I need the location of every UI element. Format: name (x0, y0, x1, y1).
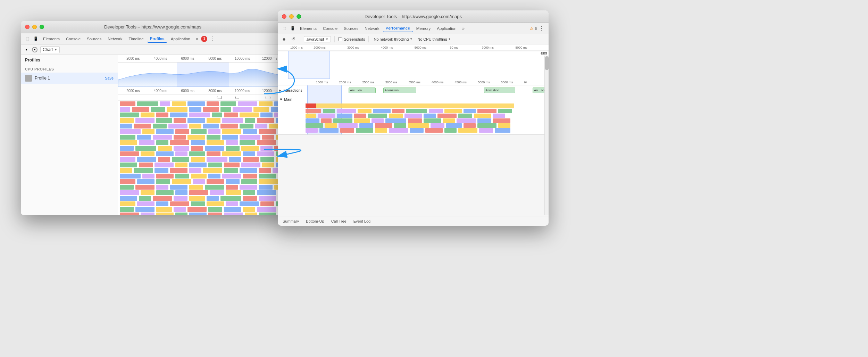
svg-rect-72 (170, 140, 189, 145)
svg-rect-10 (120, 107, 130, 112)
svg-rect-83 (205, 146, 224, 151)
tab-sources-right[interactable]: Sources (341, 25, 361, 32)
interactions-label: Interactions (283, 88, 310, 92)
svg-rect-54 (191, 129, 207, 134)
js-profile-dropdown[interactable]: JavaScript ▼ (304, 36, 331, 42)
save-profile-button[interactable]: Save (105, 76, 114, 80)
svg-rect-51 (142, 129, 155, 134)
svg-rect-123 (203, 168, 222, 173)
tab-console-left[interactable]: Console (63, 35, 83, 42)
profile-chart-area[interactable]: 2000 ms 4000 ms 6000 ms 8000 ms 10000 ms… (118, 55, 285, 215)
stop-icon[interactable]: ■ (32, 47, 37, 52)
svg-rect-285 (408, 123, 429, 128)
tl-5000: 5000 ms (478, 81, 501, 84)
interactions-expand-arrow[interactable]: ▶ (279, 89, 281, 92)
record-icon[interactable]: ● (24, 47, 29, 52)
svg-rect-5 (207, 101, 219, 106)
minimize-button-left[interactable] (32, 25, 37, 29)
svg-rect-299 (444, 128, 457, 133)
svg-rect-7 (238, 101, 257, 106)
device-icon-right[interactable]: 📱 (289, 25, 297, 32)
screenshots-checkbox[interactable] (338, 37, 342, 41)
svg-rect-171 (174, 196, 187, 201)
tab-network-left[interactable]: Network (105, 35, 125, 42)
svg-rect-267 (306, 118, 319, 123)
maximize-button-left[interactable] (40, 25, 44, 29)
svg-rect-62 (174, 135, 186, 140)
warning-count: 6 (535, 26, 537, 31)
svg-rect-184 (226, 201, 238, 206)
flame-chart-canvas[interactable] (118, 101, 285, 215)
svg-rect-169 (139, 196, 151, 201)
profile-1-item[interactable]: Profile 1 Save (21, 73, 118, 84)
more-button-right[interactable]: ⋮ (537, 24, 546, 32)
refresh-record-button[interactable]: ↺ (290, 36, 297, 42)
svg-rect-74 (207, 140, 224, 145)
profiles-heading: Profiles (21, 55, 118, 64)
svg-rect-135 (243, 174, 257, 178)
viewport-selection (288, 51, 330, 79)
svg-rect-111 (175, 163, 187, 167)
left-tabs-bar: ⬚ 📱 Elements Console Sources Network Tim… (21, 33, 285, 44)
svg-rect-283 (375, 123, 392, 128)
svg-rect-245 (337, 109, 356, 113)
svg-rect-69 (120, 140, 137, 145)
inspect-icon[interactable]: ⬚ (24, 35, 31, 43)
screenshots-checkbox-label[interactable]: Screenshots (338, 37, 365, 41)
tab-event-log[interactable]: Event Log (351, 218, 373, 224)
tab-network-right[interactable]: Network (362, 25, 382, 32)
record-button[interactable]: ● (281, 36, 287, 42)
overview-labels-row: (...) (... (...) (118, 94, 285, 101)
cpu-throttle-dropdown[interactable]: No CPU throttling ▼ (416, 36, 452, 42)
svg-rect-136 (259, 174, 276, 178)
tab-performance-right[interactable]: Performance (383, 25, 413, 32)
interactions-row: ▶ Interactions Ani…ion Animation Animati… (278, 85, 549, 95)
svg-rect-159 (141, 190, 155, 195)
svg-rect-125 (240, 168, 257, 173)
tab-application-right[interactable]: Application (434, 25, 459, 32)
close-button-left[interactable] (25, 25, 30, 29)
maximize-button-right[interactable] (297, 14, 301, 19)
tab-overflow-right[interactable]: » (460, 25, 467, 32)
svg-rect-284 (394, 123, 406, 128)
svg-rect-201 (175, 213, 187, 215)
tab-application-left[interactable]: Application (168, 35, 193, 42)
timeline-timescale: 1500 ms 2000 ms 2500 ms 3000 ms 3500 ms … (278, 79, 549, 85)
scrollbar-right[interactable] (544, 56, 549, 215)
selection-rect (177, 63, 229, 87)
svg-rect-89 (141, 151, 155, 156)
tab-call-tree[interactable]: Call Tree (329, 218, 349, 224)
tab-sources-left[interactable]: Sources (84, 35, 104, 42)
svg-rect-154 (226, 185, 238, 190)
inspect-icon-right[interactable]: ⬚ (281, 25, 288, 32)
svg-rect-186 (260, 201, 274, 206)
chart-dropdown[interactable]: Chart ▼ (40, 46, 60, 53)
tab-bottom-up[interactable]: Bottom-Up (304, 218, 326, 224)
tab-timeline-left[interactable]: Timeline (126, 35, 147, 42)
tab-elements-right[interactable]: Elements (297, 25, 319, 32)
svg-rect-244 (323, 109, 335, 113)
cpu-profiles-label: CPU PROFILES (21, 64, 118, 73)
minimize-button-right[interactable] (289, 14, 294, 19)
more-button-left[interactable]: ⋮ (208, 35, 216, 43)
svg-rect-109 (139, 163, 153, 167)
svg-rect-302 (495, 128, 510, 133)
svg-rect-31 (135, 118, 155, 123)
tab-memory-right[interactable]: Memory (414, 25, 434, 32)
close-button-right[interactable] (282, 14, 286, 19)
device-icon[interactable]: 📱 (32, 35, 40, 43)
svg-rect-294 (356, 128, 373, 133)
svg-rect-122 (189, 168, 201, 173)
tab-profiles-left[interactable]: Profiles (147, 35, 167, 43)
tab-summary[interactable]: Summary (281, 218, 301, 224)
tab-elements-left[interactable]: Elements (40, 35, 62, 42)
svg-rect-63 (187, 135, 205, 140)
tl-4500: 4500 ms (455, 81, 478, 84)
scroll-thumb-right[interactable] (545, 56, 549, 70)
svg-rect-78 (120, 146, 134, 151)
tab-overflow-left[interactable]: » (194, 35, 200, 42)
network-throttle-dropdown[interactable]: No network throttling ▼ (372, 36, 414, 42)
svg-rect-142 (193, 179, 205, 184)
svg-rect-73 (191, 140, 205, 145)
tab-console-right[interactable]: Console (320, 25, 340, 32)
